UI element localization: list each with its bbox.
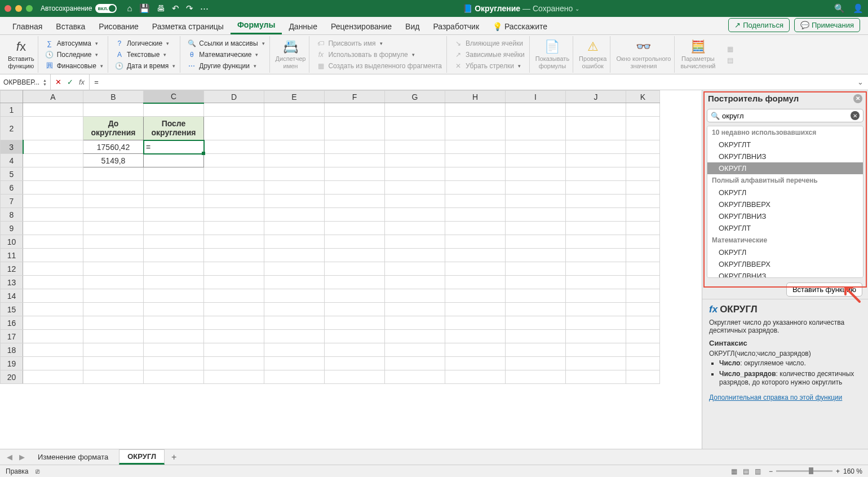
func-item[interactable]: ОКРУГЛВНИЗ bbox=[707, 151, 863, 162]
cell-B4[interactable]: 5149,8 bbox=[83, 154, 144, 167]
logical-button[interactable]: ?Логические▾ bbox=[114, 38, 176, 48]
math-button[interactable]: θМатематические▾ bbox=[186, 50, 265, 60]
func-item-selected[interactable]: ОКРУГЛ bbox=[707, 162, 863, 174]
redo-icon[interactable]: ↷ bbox=[186, 3, 193, 14]
comments-button[interactable]: 💬Примечания bbox=[794, 18, 860, 32]
cell-C3[interactable]: = bbox=[144, 140, 204, 154]
row-header-15[interactable]: 15 bbox=[1, 303, 23, 316]
tab-home[interactable]: Главная bbox=[6, 19, 49, 34]
func-item[interactable]: ОКРУГЛ bbox=[707, 246, 863, 258]
func-item[interactable]: ОКРУГЛВНИЗ bbox=[707, 270, 863, 278]
func-item[interactable]: ОКРУГЛВВЕРХ bbox=[707, 198, 863, 210]
formula-input[interactable]: = bbox=[90, 78, 853, 86]
confirm-icon[interactable]: ✓ bbox=[67, 78, 73, 86]
zoom-in-icon[interactable]: + bbox=[836, 467, 840, 475]
tab-draw[interactable]: Рисование bbox=[92, 19, 145, 34]
print-icon[interactable]: 🖶 bbox=[157, 3, 165, 14]
page-layout-view-icon[interactable]: ▤ bbox=[741, 466, 751, 476]
spreadsheet-grid[interactable]: A B C D E F G H I J K 1 2До округленияПо… bbox=[0, 90, 702, 449]
col-header-F[interactable]: F bbox=[325, 91, 385, 103]
col-header-H[interactable]: H bbox=[445, 91, 506, 103]
row-header-5[interactable]: 5 bbox=[1, 167, 23, 181]
document-title[interactable]: 📘 Округление — Сохранено ⌄ bbox=[209, 4, 834, 13]
clear-search-icon[interactable]: ✕ bbox=[851, 111, 860, 120]
sheet-nav-prev-icon[interactable]: ◀ bbox=[5, 453, 15, 461]
func-item[interactable]: ОКРУГЛ bbox=[707, 187, 863, 198]
row-header-14[interactable]: 14 bbox=[1, 289, 23, 303]
cell-B3[interactable]: 17560,42 bbox=[83, 140, 144, 154]
share-button[interactable]: ↗Поделиться bbox=[728, 18, 790, 32]
share-icon[interactable]: 👤 bbox=[853, 3, 863, 14]
page-break-view-icon[interactable]: ▥ bbox=[752, 466, 763, 476]
row-header-16[interactable]: 16 bbox=[1, 316, 23, 330]
row-header-12[interactable]: 12 bbox=[1, 262, 23, 276]
cancel-icon[interactable]: ✕ bbox=[55, 78, 61, 86]
name-box[interactable]: ОКРВВЕР... ▲▼ bbox=[0, 74, 51, 90]
func-item[interactable]: ОКРУГЛВВЕРХ bbox=[707, 258, 863, 270]
save-icon[interactable]: 💾 bbox=[139, 3, 150, 14]
autosum-button[interactable]: ∑Автосумма▾ bbox=[44, 38, 104, 48]
autosave-control[interactable]: Автосохранение вкл. bbox=[41, 4, 117, 13]
home-icon[interactable]: ⌂ bbox=[127, 3, 132, 14]
accessibility-icon[interactable]: ⎚ bbox=[36, 467, 39, 475]
row-header-11[interactable]: 11 bbox=[1, 249, 23, 262]
sheet-nav-next-icon[interactable]: ▶ bbox=[17, 453, 27, 461]
autosave-toggle[interactable]: вкл. bbox=[95, 4, 117, 13]
expand-formula-bar-icon[interactable]: ⌄ bbox=[853, 78, 868, 86]
row-header-10[interactable]: 10 bbox=[1, 235, 23, 249]
tab-formulas[interactable]: Формулы bbox=[231, 17, 282, 34]
col-header-B[interactable]: B bbox=[83, 91, 144, 103]
row-header-8[interactable]: 8 bbox=[1, 208, 23, 222]
calc-options-button[interactable]: 🧮 Параметры вычислений bbox=[677, 36, 719, 73]
watch-window-button[interactable]: 👓 Окно контрольного значения bbox=[613, 36, 675, 73]
insert-function-button[interactable]: fx Вставить функцию bbox=[5, 36, 38, 73]
search-icon[interactable]: 🔍 bbox=[834, 3, 845, 14]
col-header-J[interactable]: J bbox=[566, 91, 626, 103]
tab-insert[interactable]: Вставка bbox=[49, 19, 92, 34]
col-header-C[interactable]: C bbox=[144, 91, 204, 103]
col-header-I[interactable]: I bbox=[506, 91, 566, 103]
recent-button[interactable]: 🕓Последние▾ bbox=[44, 50, 104, 60]
func-item[interactable]: ОКРУГЛТ bbox=[707, 222, 863, 234]
add-sheet-icon[interactable]: + bbox=[167, 452, 181, 462]
sheet-tab-1[interactable]: Изменение формата bbox=[29, 450, 117, 464]
row-header-20[interactable]: 20 bbox=[1, 370, 23, 384]
func-item[interactable]: ОКРУГЛТ bbox=[707, 139, 863, 151]
tab-data[interactable]: Данные bbox=[282, 19, 324, 34]
cell-C4[interactable] bbox=[144, 154, 204, 167]
cell-C2[interactable]: После округления bbox=[144, 117, 204, 140]
zoom-slider-track[interactable] bbox=[776, 470, 832, 472]
show-formulas-button[interactable]: 📄 Показывать формулы bbox=[532, 36, 573, 73]
function-list[interactable]: 10 недавно использовавшихся ОКРУГЛТ ОКРУ… bbox=[707, 126, 863, 278]
func-item[interactable]: ОКРУГЛВНИЗ bbox=[707, 210, 863, 222]
name-box-spinner[interactable]: ▲▼ bbox=[43, 78, 47, 86]
row-header-18[interactable]: 18 bbox=[1, 343, 23, 357]
financial-button[interactable]: 圓Финансовые▾ bbox=[44, 61, 104, 71]
panel-close-icon[interactable]: ✕ bbox=[853, 94, 862, 103]
row-header-19[interactable]: 19 bbox=[1, 357, 23, 370]
row-header-7[interactable]: 7 bbox=[1, 195, 23, 208]
datetime-button[interactable]: 🕒Дата и время▾ bbox=[114, 61, 176, 71]
row-header-13[interactable]: 13 bbox=[1, 276, 23, 289]
zoom-control[interactable]: − + 160 % bbox=[769, 467, 862, 475]
name-manager-button[interactable]: 📇 Диспетчер имен bbox=[272, 36, 310, 73]
row-header-17[interactable]: 17 bbox=[1, 330, 23, 343]
row-header-9[interactable]: 9 bbox=[1, 222, 23, 235]
zoom-level[interactable]: 160 % bbox=[843, 467, 862, 475]
row-header-3[interactable]: 3 bbox=[1, 140, 23, 154]
tab-tell-me[interactable]: 💡 Расскажите bbox=[486, 19, 554, 34]
sheet-tab-2[interactable]: ОКРУГЛ bbox=[119, 449, 165, 465]
col-header-K[interactable]: K bbox=[626, 91, 660, 103]
col-header-D[interactable]: D bbox=[204, 91, 264, 103]
insert-function-button[interactable]: Вставить функцию bbox=[786, 282, 862, 297]
error-check-button[interactable]: ⚠ Проверка ошибок bbox=[575, 36, 610, 73]
row-header-4[interactable]: 4 bbox=[1, 154, 23, 167]
row-header-2[interactable]: 2 bbox=[1, 117, 23, 140]
maximize-window-icon[interactable] bbox=[26, 5, 33, 12]
more-funcs-button[interactable]: ⋯Другие функции▾ bbox=[186, 61, 265, 71]
zoom-out-icon[interactable]: − bbox=[769, 467, 773, 475]
minimize-window-icon[interactable] bbox=[15, 5, 22, 12]
function-help-link[interactable]: Дополнительная справка по этой функции bbox=[709, 394, 842, 401]
undo-icon[interactable]: ↶ bbox=[172, 3, 179, 14]
text-button[interactable]: AТекстовые▾ bbox=[114, 50, 176, 60]
